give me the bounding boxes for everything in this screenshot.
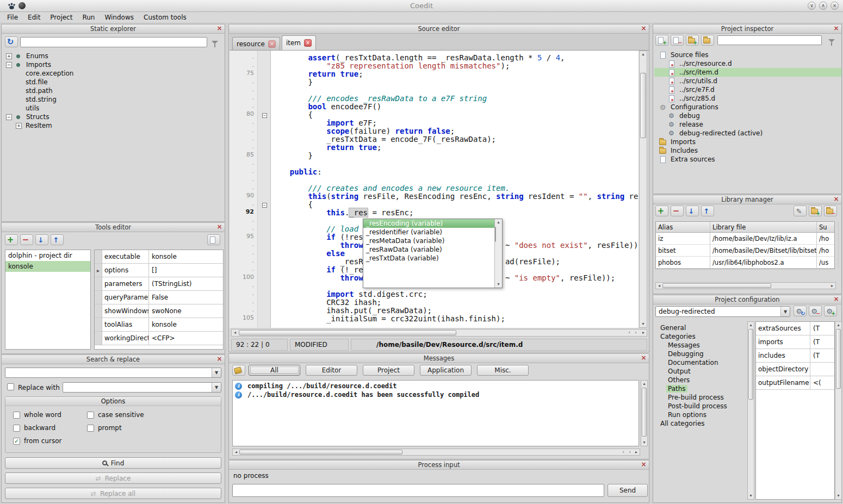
remove-icon[interactable]: − <box>20 234 33 245</box>
code-line[interactable]: . ihash.put(_resRawData); <box>230 306 639 314</box>
scroll-right-step-icon[interactable]: › <box>627 449 633 455</box>
replace-with-combo[interactable]: ▼ <box>63 382 221 393</box>
inspector-tree-item[interactable]: ../src/e7F.d <box>654 85 841 94</box>
code-line[interactable]: .− { <box>230 200 639 208</box>
code-line[interactable]: . <box>230 176 639 184</box>
filter-icon[interactable] <box>210 39 219 47</box>
explorer-tree-item[interactable]: +ResItem <box>3 121 224 130</box>
explorer-tree-item[interactable]: core.exception <box>3 69 224 78</box>
property-value[interactable]: (T <box>810 322 834 335</box>
refresh-icon[interactable]: ↻ <box>5 36 18 47</box>
close-icon[interactable]: × <box>216 25 223 32</box>
scroll-up-icon[interactable]: ▴ <box>835 322 841 328</box>
inspector-tree-item[interactable]: ../src/item.d <box>654 68 841 77</box>
inspector-tree-item[interactable]: ../src/utils.d <box>654 77 841 85</box>
completion-item[interactable]: _resEncoding (variable) <box>363 219 494 228</box>
tool-item[interactable]: konsole <box>5 261 90 272</box>
checkbox-unchecked[interactable] <box>13 412 20 419</box>
process-input-field[interactable] <box>232 484 604 497</box>
scroll-down-icon[interactable]: ▾ <box>835 493 841 499</box>
inspector-tree-item[interactable]: ../src/resource.d <box>654 59 841 68</box>
checkbox-unchecked[interactable] <box>87 425 94 432</box>
expand-icon[interactable]: + <box>16 123 22 129</box>
messages-tab-misc[interactable]: Misc. <box>477 365 529 376</box>
column-header[interactable]: Alias <box>656 222 710 232</box>
folder-icon[interactable] <box>701 35 714 46</box>
symbol-search-input[interactable] <box>20 37 207 47</box>
search-option[interactable]: backward <box>13 424 55 432</box>
send-button[interactable]: Send <box>608 484 648 497</box>
scrollbar-thumb[interactable] <box>748 329 753 400</box>
checkbox-unchecked[interactable] <box>87 412 94 419</box>
fold-collapse-icon[interactable]: − <box>262 203 267 208</box>
messages-tab-all[interactable]: All <box>249 365 300 376</box>
checkbox-unchecked[interactable] <box>13 425 20 432</box>
clear-icon[interactable] <box>232 365 245 376</box>
code-line[interactable]: . return true; <box>230 143 639 151</box>
code-line[interactable]: . import e7F; <box>230 119 639 127</box>
edit-icon[interactable]: ✎ <box>794 206 807 216</box>
property-value[interactable]: <( <box>810 376 834 389</box>
collapse-icon[interactable]: − <box>6 62 12 68</box>
messages-tab-project[interactable]: Project <box>363 365 414 376</box>
close-icon[interactable]: × <box>833 196 840 203</box>
explorer-tree-item[interactable]: utils <box>3 104 224 113</box>
scrollbar-thumb[interactable] <box>662 283 771 288</box>
config-category[interactable]: Output <box>654 367 747 376</box>
chevron-down-icon[interactable]: ▼ <box>780 307 790 316</box>
add-icon[interactable]: + <box>655 206 668 216</box>
completion-item[interactable]: _resIdentifier (variable) <box>363 228 494 237</box>
explorer-tree-item[interactable]: std.string <box>3 95 224 104</box>
config-category[interactable]: Categories <box>654 332 747 341</box>
code-line[interactable]: . public: <box>230 167 639 176</box>
scroll-left-icon[interactable]: ◂ <box>233 449 239 455</box>
code-line[interactable]: 85 } <box>230 151 639 159</box>
add-icon[interactable]: + <box>5 234 18 245</box>
property-value[interactable] <box>810 363 834 376</box>
inspector-tree-item[interactable]: Imports <box>654 138 841 146</box>
tool-property-row[interactable]: workingDirectory<CFP> <box>95 332 223 345</box>
scrollbar-thumb[interactable] <box>640 73 646 138</box>
code-line[interactable]: . scope(failure) return false; <box>230 127 639 135</box>
filter-icon[interactable] <box>827 36 838 45</box>
config-category[interactable]: General <box>654 323 747 332</box>
scroll-left-step-icon[interactable]: ‹ <box>626 329 633 336</box>
config-category[interactable]: Run options <box>654 410 747 419</box>
replace-with-checkbox[interactable] <box>7 383 14 390</box>
message-item[interactable]: i/.../build/resource.d.coedit has been s… <box>233 390 639 399</box>
explorer-tree-item[interactable]: −Structs <box>3 113 224 121</box>
property-value[interactable]: False <box>149 291 223 304</box>
scroll-right-step-icon[interactable]: › <box>633 329 639 336</box>
inspector-tree-item[interactable]: Includes <box>654 146 841 155</box>
configuration-combo[interactable]: debug-redirected▼ <box>655 306 790 317</box>
folder-add-icon[interactable]: + <box>809 206 822 216</box>
scroll-left-icon[interactable]: ◂ <box>232 329 238 336</box>
replace-button[interactable]: ⇄Replace <box>5 472 221 484</box>
editor-tab-resource[interactable]: resource× <box>232 37 280 50</box>
message-item[interactable]: icompiling /.../build/resource.d.coedit <box>233 382 639 390</box>
config-property-row[interactable]: extraSources(T <box>756 322 834 335</box>
shade-icon[interactable]: ∨ <box>808 2 816 10</box>
close-icon[interactable]: × <box>640 461 647 468</box>
down-icon[interactable]: ↓ <box>35 234 48 245</box>
messages-vertical-scrollbar[interactable]: ▴ ▾ <box>641 380 648 446</box>
close-icon[interactable]: × <box>216 223 223 231</box>
library-row[interactable]: iz/home/basile/Dev/Iz/lib/iz.a/ho <box>656 233 834 245</box>
menu-file[interactable]: File <box>2 13 23 22</box>
code-line[interactable]: . "z85 representation length mismatches"… <box>230 61 639 70</box>
filter-icon[interactable] <box>210 38 221 47</box>
close-icon[interactable]: × <box>640 25 647 32</box>
scroll-up-icon[interactable]: ▴ <box>640 51 647 58</box>
gear-add-icon[interactable]: ⚙+ <box>824 306 837 316</box>
config-property-row[interactable]: outputFilename<( <box>756 376 834 390</box>
config-property-row[interactable]: imports(T <box>756 335 834 349</box>
search-option[interactable]: prompt <box>87 424 122 432</box>
completion-item[interactable]: _resRawData (variable) <box>363 245 494 254</box>
close-icon[interactable]: × <box>640 354 647 362</box>
inspector-tree-item[interactable]: ⚙debug-redirected (active) <box>654 129 841 138</box>
column-header[interactable]: Library file <box>710 222 817 232</box>
completion-item[interactable]: _resMetaData (variable) <box>363 237 494 245</box>
property-value[interactable]: (TStringList) <box>149 277 223 290</box>
categories-scrollbar[interactable]: ▴ ▾ <box>747 321 754 500</box>
code-line[interactable]: 80− { <box>230 110 639 119</box>
